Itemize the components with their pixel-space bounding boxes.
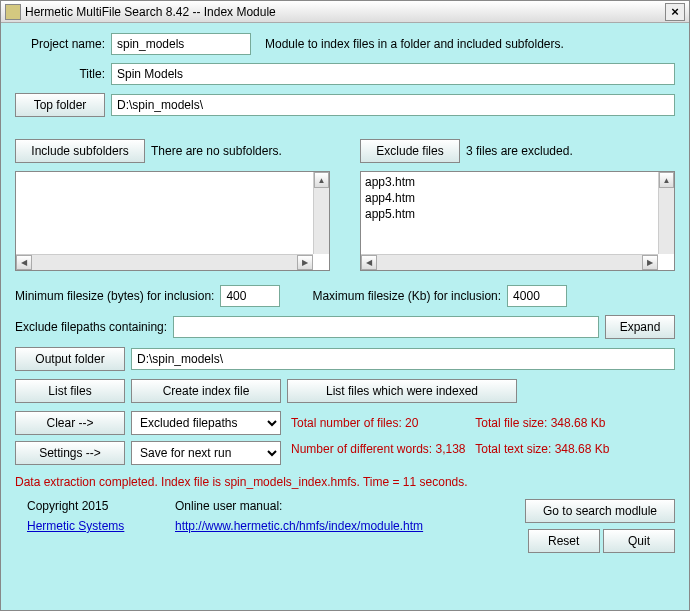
exclude-files-button[interactable]: Exclude files: [360, 139, 460, 163]
exclude-filepaths-input[interactable]: [173, 316, 599, 338]
clear-button[interactable]: Clear -->: [15, 411, 125, 435]
manual-label: Online user manual:: [175, 499, 515, 513]
quit-button[interactable]: Quit: [603, 529, 675, 553]
scrollbar-vertical[interactable]: ▲: [313, 172, 329, 254]
output-folder-input[interactable]: [131, 348, 675, 370]
top-folder-input[interactable]: [111, 94, 675, 116]
scroll-right-icon[interactable]: ▶: [642, 255, 658, 270]
excluded-files-listbox[interactable]: app3.htm app4.htm app5.htm ▲ ◀ ▶: [360, 171, 675, 271]
total-file-size-stat: Total file size: 348.68 Kb: [475, 413, 659, 439]
max-filesize-label: Maximum filesize (Kb) for inclusion:: [312, 289, 501, 303]
scrollbar-horizontal[interactable]: ◀ ▶: [361, 254, 658, 270]
no-subfolders-text: There are no subfolders.: [151, 144, 282, 158]
scroll-left-icon[interactable]: ◀: [361, 255, 377, 270]
diff-words-stat: Number of different words: 3,138: [291, 439, 475, 465]
list-item[interactable]: app4.htm: [365, 190, 670, 206]
min-filesize-label: Minimum filesize (bytes) for inclusion:: [15, 289, 214, 303]
clear-combo[interactable]: Excluded filepaths: [131, 411, 281, 435]
scroll-up-icon[interactable]: ▲: [659, 172, 674, 188]
list-item[interactable]: app3.htm: [365, 174, 670, 190]
scroll-left-icon[interactable]: ◀: [16, 255, 32, 270]
expand-button[interactable]: Expand: [605, 315, 675, 339]
status-text: Data extraction completed. Index file is…: [15, 475, 675, 489]
app-icon: [5, 4, 21, 20]
project-name-label: Project name:: [15, 37, 105, 51]
exclude-filepaths-label: Exclude filepaths containing:: [15, 320, 167, 334]
include-subfolders-button[interactable]: Include subfolders: [15, 139, 145, 163]
total-files-stat: Total number of files: 20: [291, 413, 475, 439]
title-label: Title:: [15, 67, 105, 81]
project-name-input[interactable]: [111, 33, 251, 55]
window: Hermetic MultiFile Search 8.42 -- Index …: [0, 0, 690, 611]
subfolders-listbox[interactable]: ▲ ◀ ▶: [15, 171, 330, 271]
scroll-up-icon[interactable]: ▲: [314, 172, 329, 188]
top-folder-button[interactable]: Top folder: [15, 93, 105, 117]
excluded-count-text: 3 files are excluded.: [466, 144, 573, 158]
copyright-text: Copyright 2015: [27, 499, 175, 513]
titlebar: Hermetic MultiFile Search 8.42 -- Index …: [1, 1, 689, 23]
window-title: Hermetic MultiFile Search 8.42 -- Index …: [25, 5, 665, 19]
title-input[interactable]: [111, 63, 675, 85]
total-text-size-stat: Total text size: 348.68 Kb: [475, 439, 659, 465]
scrollbar-vertical[interactable]: ▲: [658, 172, 674, 254]
stats-area: Total number of files: 20 Total file siz…: [291, 411, 675, 465]
manual-link[interactable]: http://www.hermetic.ch/hmfs/index/module…: [175, 519, 515, 533]
max-filesize-input[interactable]: [507, 285, 567, 307]
min-filesize-input[interactable]: [220, 285, 280, 307]
reset-button[interactable]: Reset: [528, 529, 600, 553]
list-indexed-button[interactable]: List files which were indexed: [287, 379, 517, 403]
settings-combo[interactable]: Save for next run: [131, 441, 281, 465]
create-index-button[interactable]: Create index file: [131, 379, 281, 403]
close-icon[interactable]: ×: [665, 3, 685, 21]
list-files-button[interactable]: List files: [15, 379, 125, 403]
output-folder-button[interactable]: Output folder: [15, 347, 125, 371]
settings-button[interactable]: Settings -->: [15, 441, 125, 465]
module-description: Module to index files in a folder and in…: [265, 37, 564, 51]
goto-search-button[interactable]: Go to search modlule: [525, 499, 675, 523]
company-link[interactable]: Hermetic Systems: [27, 519, 175, 533]
scrollbar-horizontal[interactable]: ◀ ▶: [16, 254, 313, 270]
scroll-right-icon[interactable]: ▶: [297, 255, 313, 270]
list-item[interactable]: app5.htm: [365, 206, 670, 222]
content-area: Project name: Module to index files in a…: [1, 23, 689, 563]
